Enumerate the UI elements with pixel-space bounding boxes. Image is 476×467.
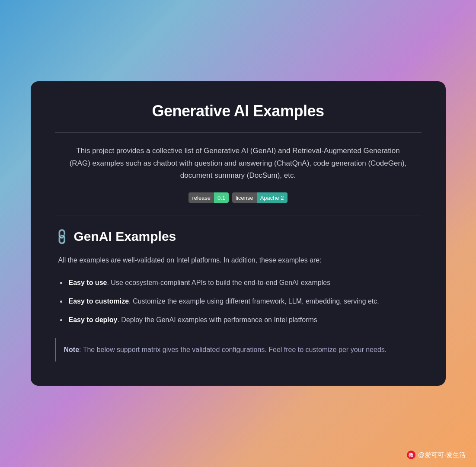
release-badge-label: release (188, 192, 214, 203)
list-item-bold-3: Easy to deploy (69, 316, 118, 323)
note-text: Note: The below support matrix gives the… (64, 344, 414, 355)
list-item-text-3: . Deploy the GenAI examples with perform… (117, 316, 317, 323)
section-intro: All the examples are well-validated on I… (55, 254, 422, 266)
license-badge-label: license (232, 192, 256, 203)
section-title: GenAI Examples (74, 229, 176, 244)
license-badge: license Apache 2 (232, 192, 287, 203)
list-item-bold-2: Easy to customize (69, 297, 129, 305)
note-body: : The below support matrix gives the val… (79, 346, 387, 353)
list-item: Easy to deploy. Deploy the GenAI example… (67, 314, 422, 326)
top-divider (55, 132, 422, 133)
license-badge-value: Apache 2 (257, 192, 288, 203)
note-bold: Note (64, 346, 80, 353)
link-icon: 🔗 (52, 227, 71, 246)
bullet-list: Easy to use. Use ecosystem-compliant API… (55, 277, 422, 326)
list-item: Easy to use. Use ecosystem-compliant API… (67, 277, 422, 288)
list-item-text-2: . Customize the example using different … (129, 297, 379, 305)
description: This project provides a collective list … (70, 145, 407, 182)
release-badge: release 0.1 (188, 192, 229, 203)
watermark: 微 @爱可可-爱生活 (407, 451, 466, 459)
list-item-text-1: . Use ecosystem-compliant APIs to build … (107, 279, 330, 286)
release-badge-value: 0.1 (214, 192, 229, 203)
main-card: Generative AI Examples This project prov… (31, 81, 446, 386)
list-item: Easy to customize. Customize the example… (67, 295, 422, 307)
note-block: Note: The below support matrix gives the… (55, 338, 422, 361)
badges-row: release 0.1 license Apache 2 (55, 192, 422, 203)
page-title: Generative AI Examples (55, 102, 422, 120)
weibo-icon: 微 (407, 451, 415, 459)
list-item-bold-1: Easy to use (69, 279, 107, 286)
watermark-text: @爱可可-爱生活 (418, 451, 466, 459)
section-divider (55, 215, 422, 215)
section-heading: 🔗 GenAI Examples (55, 229, 422, 244)
